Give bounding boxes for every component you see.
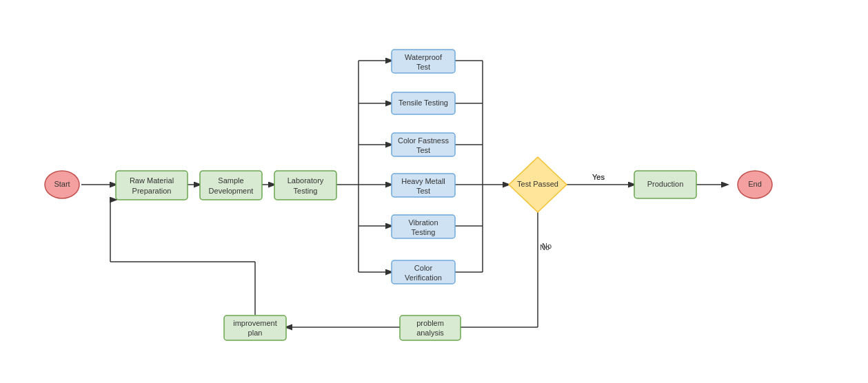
lab-testing-label2: Testing <box>294 187 318 195</box>
heavy-metall-label1: Heavy Metall <box>401 177 445 185</box>
no-label: No <box>542 242 552 250</box>
test-passed-label: Test Passed <box>517 180 558 188</box>
start-label: Start <box>54 180 70 188</box>
problem-analysis-label1: problem <box>416 319 444 327</box>
raw-material-node <box>116 171 188 200</box>
raw-material-label1: Raw Material <box>130 176 174 185</box>
waterproof-label1: Waterproof <box>405 53 443 61</box>
waterproof-label2: Test <box>416 63 430 71</box>
vibration-label2: Testing <box>412 228 436 236</box>
end-label: End <box>748 180 762 188</box>
problem-analysis-label2: analysis <box>416 329 444 337</box>
flowchart: Yes No Start Raw Material Preparation Sa… <box>0 0 868 383</box>
sample-dev-label2: Development <box>209 187 254 195</box>
improvement-plan-label1: improvement <box>233 319 277 327</box>
sample-dev-node <box>200 171 262 200</box>
tensile-label: Tensile Testing <box>398 99 448 107</box>
color-fastness-label2: Test <box>416 146 430 154</box>
vibration-label1: Vibration <box>408 218 438 227</box>
color-verification-label2: Verification <box>405 273 442 282</box>
yes-label: Yes <box>592 173 605 181</box>
sample-dev-label1: Sample <box>218 176 243 185</box>
lab-testing-node <box>274 171 336 200</box>
production-label: Production <box>647 180 684 188</box>
color-fastness-label1: Color Fastness <box>398 136 449 145</box>
lab-testing-label1: Laboratory <box>287 176 324 185</box>
heavy-metall-label2: Test <box>416 187 430 195</box>
color-verification-label1: Color <box>414 264 433 272</box>
raw-material-label2: Preparation <box>132 187 172 195</box>
improvement-plan-label2: plan <box>248 329 263 337</box>
